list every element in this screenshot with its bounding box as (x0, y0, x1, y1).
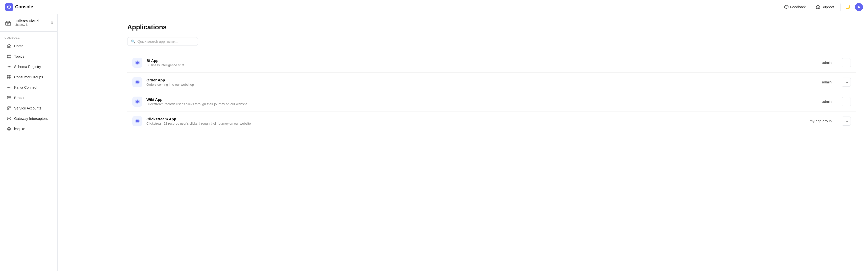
org-text: Julien's Cloud shadow-it (14, 19, 48, 27)
sidebar-item-topics-label: Topics (14, 54, 24, 58)
app-group: admin (822, 100, 832, 104)
svg-rect-13 (9, 77, 11, 79)
connect-icon (6, 85, 11, 90)
sidebar-item-consumer-groups[interactable]: Consumer Groups (2, 72, 55, 82)
service-icon (6, 106, 11, 111)
topics-icon (6, 54, 11, 59)
app-row: Order App Orders coming into our webshop… (127, 72, 856, 92)
topbar-logo: Console (5, 3, 33, 11)
app-name: Clickstream App (147, 117, 806, 121)
app-list: Bi App Business intelligence stuff admin… (127, 53, 856, 131)
sidebar-item-ksqldb[interactable]: ksqlDB (2, 124, 55, 134)
app-desc: Business intelligence stuff (147, 63, 818, 67)
svg-rect-23 (7, 108, 9, 110)
svg-rect-22 (9, 107, 10, 108)
svg-rect-9 (7, 57, 11, 58)
svg-rect-12 (7, 77, 9, 79)
sidebar-item-topics[interactable]: Topics (2, 51, 55, 61)
svg-rect-10 (7, 75, 9, 77)
app-group: my-app-group (810, 119, 832, 123)
chevron-icon: ⇅ (50, 21, 53, 25)
org-name: Julien's Cloud (14, 19, 48, 23)
topbar: Console 💬 Feedback 🎧 Support 🌙 A (0, 0, 868, 14)
svg-point-14 (7, 87, 8, 88)
app-info: Clickstream App Clickstream22 records us… (147, 117, 806, 126)
app-info: Bi App Business intelligence stuff (147, 58, 818, 67)
svg-point-19 (10, 97, 10, 97)
app-menu-button[interactable]: ⋯ (842, 78, 851, 87)
svg-point-20 (10, 98, 10, 99)
sidebar-item-service-accounts[interactable]: Service Accounts (2, 103, 55, 113)
app-row: Bi App Business intelligence stuff admin… (127, 53, 856, 72)
org-icon (4, 19, 12, 27)
sidebar-item-home-label: Home (14, 44, 24, 48)
svg-rect-7 (7, 55, 11, 56)
sidebar-item-connect-label: Kafka Connect (14, 85, 37, 89)
page-title: Applications (127, 23, 856, 31)
svg-point-15 (10, 87, 11, 88)
sidebar-nav: Home Topics Schema Registry (0, 41, 57, 134)
app-menu-button[interactable]: ⋯ (842, 58, 851, 67)
sidebar-item-brokers-label: Brokers (14, 96, 26, 100)
ksql-icon (6, 127, 11, 132)
app-name: Wiki App (147, 97, 818, 102)
app-icon (132, 58, 143, 68)
app-row: Clickstream App Clickstream22 records us… (127, 111, 856, 131)
sidebar-item-brokers[interactable]: Brokers (2, 93, 55, 103)
app-info: Order App Orders coming into our webshop (147, 78, 818, 86)
topbar-title: Console (15, 4, 33, 9)
app-group: admin (822, 80, 832, 84)
brokers-icon (6, 95, 11, 100)
sidebar-item-gateway-label: Gateway Interceptors (14, 116, 48, 120)
app-desc: Clickstream records user's clicks throug… (147, 102, 818, 106)
sidebar-item-ksql-label: ksqlDB (14, 127, 25, 131)
sidebar-item-kafka-connect[interactable]: Kafka Connect (2, 82, 55, 92)
app-icon (132, 116, 143, 126)
svg-point-27 (7, 128, 10, 129)
app-desc: Clickstream22 records user's clicks thro… (147, 121, 806, 126)
app-icon (132, 77, 143, 87)
org-switcher[interactable]: Julien's Cloud shadow-it ⇅ (0, 14, 57, 32)
sidebar-item-schema-label: Schema Registry (14, 65, 41, 69)
main-content: Applications 🔍 Bi App Business intellige… (115, 14, 868, 271)
home-icon (6, 44, 11, 49)
sidebar-item-gateway-interceptors[interactable]: Gateway Interceptors (2, 113, 55, 124)
app-menu-button[interactable]: ⋯ (842, 116, 851, 126)
topbar-divider (840, 3, 841, 10)
avatar[interactable]: A (855, 3, 863, 11)
search-bar[interactable]: 🔍 (127, 37, 198, 46)
feedback-label: Feedback (790, 5, 805, 9)
app-group: admin (822, 61, 832, 65)
support-label: Support (822, 5, 834, 9)
app-info: Wiki App Clickstream records user's clic… (147, 97, 818, 106)
sidebar-item-schema-registry[interactable]: Schema Registry (2, 62, 55, 72)
search-input[interactable] (137, 39, 194, 44)
sidebar: Julien's Cloud shadow-it ⇅ CONSOLE Home (0, 0, 58, 271)
svg-rect-21 (7, 107, 9, 108)
feedback-icon: 💬 (784, 5, 788, 9)
sidebar-section-label: CONSOLE (0, 32, 57, 41)
sidebar-item-service-label: Service Accounts (14, 106, 41, 110)
svg-rect-6 (7, 24, 9, 25)
svg-rect-8 (7, 56, 11, 57)
support-icon: 🎧 (816, 5, 820, 9)
svg-rect-11 (9, 75, 11, 77)
sidebar-item-consumer-label: Consumer Groups (14, 75, 43, 79)
app-desc: Orders coming into our webshop (147, 83, 818, 86)
app-name: Order App (147, 78, 818, 82)
search-icon: 🔍 (131, 39, 135, 44)
app-menu-button[interactable]: ⋯ (842, 97, 851, 106)
app-row: Wiki App Clickstream records user's clic… (127, 92, 856, 111)
theme-toggle[interactable]: 🌙 (844, 3, 852, 11)
app-icon (132, 97, 143, 107)
logo-icon (5, 3, 13, 11)
svg-point-26 (8, 118, 9, 119)
gateway-icon (6, 116, 11, 121)
svg-rect-3 (6, 21, 9, 23)
schema-icon (6, 64, 11, 69)
support-button[interactable]: 🎧 Support (812, 3, 837, 10)
feedback-button[interactable]: 💬 Feedback (781, 3, 809, 10)
sidebar-item-home[interactable]: Home (2, 41, 55, 51)
org-sub: shadow-it (14, 23, 48, 27)
consumer-icon (6, 75, 11, 80)
